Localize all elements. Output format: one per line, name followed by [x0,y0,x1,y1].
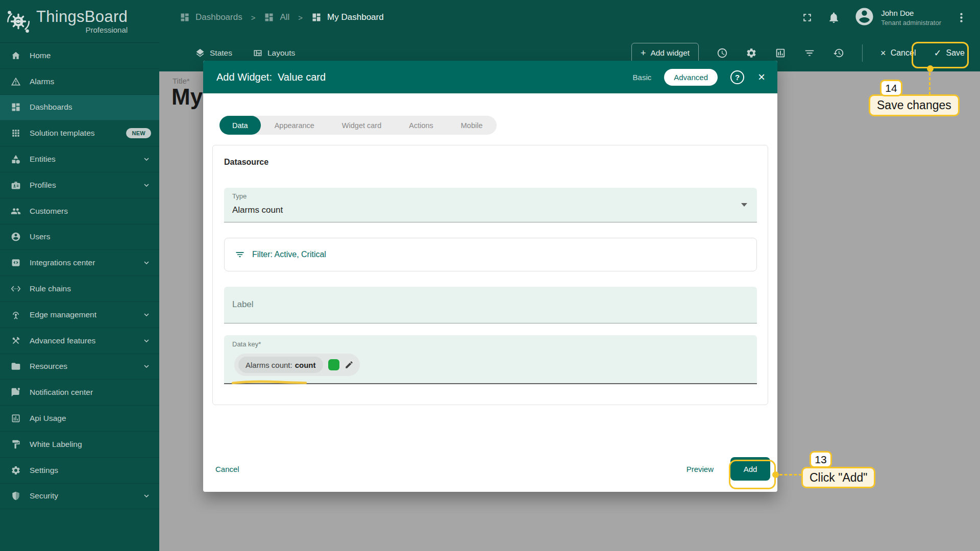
bell-icon [827,11,840,24]
sidebar-item-settings[interactable]: Settings [0,458,159,484]
tab-appearance[interactable]: Appearance [261,116,328,135]
annotation-step-number: 14 [880,80,902,96]
paint-icon [11,439,21,449]
timewindow-button[interactable] [717,47,728,59]
tab-mobile[interactable]: Mobile [447,116,497,135]
integration-icon [11,258,21,268]
breadcrumb: Dashboards > All > My Dashboard [180,12,384,22]
datasource-type-select[interactable]: Type Alarms count [224,188,757,222]
thingsboard-logo-icon [4,7,33,36]
tab-data[interactable]: Data [219,116,261,135]
breadcrumb-separator: > [251,13,256,22]
tools-icon [11,336,21,346]
label-placeholder: Label [232,299,254,310]
user-name: John Doe [881,9,941,17]
sidebar-item-security[interactable]: Security [0,484,159,510]
home-icon [11,51,21,61]
dashboard-settings-button[interactable] [746,47,757,59]
annotation-connector-line [929,72,930,95]
breadcrumb-all[interactable]: All [264,12,289,22]
chevron-down-icon [142,336,151,345]
folder-icon [11,361,21,371]
breadcrumb-dashboards[interactable]: Dashboards [180,12,242,22]
fullscreen-icon [801,11,814,24]
dashboard-icon [311,12,322,22]
states-button[interactable]: States [195,48,232,58]
sidebar-item-notification-center[interactable]: Notification center [0,380,159,406]
datakey-field[interactable]: Data key* Alarms count: count [224,335,757,384]
add-widget-button[interactable]: + Add widget [631,43,699,63]
dashboard-icon [264,12,274,22]
sidebar-item-profiles[interactable]: Profiles [0,172,159,198]
plus-icon: + [641,48,646,58]
layouts-button[interactable]: Layouts [253,48,295,58]
sidebar-item-entities[interactable]: Entities [0,146,159,172]
alarm-filter-button[interactable]: Filter: Active, Critical [224,238,757,271]
pencil-icon [345,360,354,369]
cancel-edit-button[interactable]: × Cancel [880,48,916,58]
question-icon: ? [735,73,740,82]
filter-icon [235,249,245,260]
close-dialog-button[interactable]: × [758,71,765,83]
close-icon: × [758,70,765,84]
user-menu[interactable]: John Doe Tenant administrator [854,6,941,29]
sidebar-item-advanced-features[interactable]: Advanced features [0,328,159,354]
dialog-header: Add Widget: Value card Basic Advanced ? … [203,61,777,93]
sidebar-item-edge-management[interactable]: Edge management [0,302,159,328]
chevron-down-icon [142,362,151,371]
shield-icon [11,491,21,501]
sidebar-item-white-labeling[interactable]: White Labeling [0,432,159,458]
sidebar-item-dashboards[interactable]: Dashboards [0,95,159,121]
fullscreen-button[interactable] [801,11,814,24]
sidebar-nav: Home Alarms Dashboards Solution template… [0,43,159,509]
sidebar-item-integrations-center[interactable]: Integrations center [0,250,159,276]
sidebar-item-customers[interactable]: Customers [0,198,159,224]
annotation-add-highlight [729,460,776,489]
cancel-button[interactable]: Cancel [215,465,239,473]
dialog-title: Add Widget: Value card [216,71,326,83]
chart-box-icon [775,47,786,59]
version-history-button[interactable] [833,47,844,59]
filters-button[interactable] [804,47,815,59]
sidebar-item-rule-chains[interactable]: Rule chains [0,276,159,302]
annotation-step-label: Click "Add" [801,467,875,488]
key-color-swatch[interactable] [328,359,339,370]
warning-icon [11,77,21,87]
notifications-button[interactable] [827,11,840,24]
aliases-button[interactable] [775,47,786,59]
filter-text: Filter: Active, Critical [252,250,326,259]
close-icon: × [880,48,886,58]
datakey-chip[interactable]: Alarms count: count [234,354,360,376]
sidebar-item-resources[interactable]: Resources [0,354,159,380]
user-role: Tenant administrator [881,19,941,27]
sidebar: ThingsBoard Professional Home Alarms Das… [0,0,159,551]
help-button[interactable]: ? [730,70,744,84]
gear-icon [11,465,21,475]
sidebar-item-home[interactable]: Home [0,43,159,69]
dashboard-icon [180,12,190,22]
annotation-connector-dot [772,471,779,478]
tab-widget-card[interactable]: Widget card [328,116,395,135]
sidebar-item-api-usage[interactable]: Api Usage [0,406,159,432]
sidebar-item-users[interactable]: Users [0,224,159,251]
ethernet-icon [11,284,21,294]
preview-button[interactable]: Preview [687,465,714,473]
tab-actions[interactable]: Actions [395,116,447,135]
breadcrumb-my-dashboard[interactable]: My Dashboard [311,12,384,22]
annotation-step-number: 13 [810,451,832,468]
chevron-down-icon [142,491,151,500]
apps-grid-icon [11,128,21,138]
add-widget-dialog: Add Widget: Value card Basic Advanced ? … [203,61,777,492]
edit-key-button[interactable] [345,360,354,369]
more-vert-icon [955,11,968,24]
annotation-connector-dot [927,65,934,72]
app-logo[interactable]: ThingsBoard Professional [0,0,159,43]
sidebar-item-alarms[interactable]: Alarms [0,69,159,95]
datasource-card: Datasource Type Alarms count Filter: Act… [212,145,768,405]
more-menu-button[interactable] [955,11,968,24]
advanced-mode-toggle[interactable]: Advanced [664,69,718,86]
type-label: Type [232,192,247,200]
basic-mode-toggle[interactable]: Basic [633,73,652,82]
label-input[interactable]: Label [224,287,757,323]
sidebar-item-solution-templates[interactable]: Solution templates NEW [0,120,159,146]
